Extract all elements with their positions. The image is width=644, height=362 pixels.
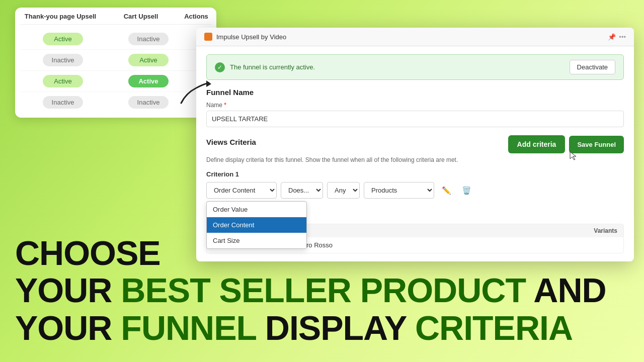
criterion-delete-button[interactable]: 🗑️ [458, 183, 474, 199]
funnel-name-section-title: Funnel Name [206, 88, 624, 97]
criteria-buttons: Add criteria Save Funnel [508, 135, 624, 153]
bottom-line-2: YOUR BEST SELLER PRODUCT AND [15, 272, 629, 309]
cell-2-1: Inactive [20, 54, 106, 66]
cell-1-2: Inactive [106, 33, 191, 45]
word-best-seller: BEST SELLER PRODUCT [121, 271, 526, 309]
cell-4-1: Inactive [20, 96, 106, 109]
criterion-type-container: Order Content Order Value Order Content … [206, 182, 277, 199]
criterion-condition-select[interactable]: Does... [281, 182, 323, 199]
badge-inactive: Inactive [43, 96, 83, 109]
dropdown-item-order-value[interactable]: Order Value [207, 202, 306, 217]
active-banner-text: The funnel is currently active. [230, 63, 315, 71]
word-and: AND [526, 271, 606, 309]
dropdown-item-cart-size[interactable]: Cart Size [207, 233, 306, 248]
header-cart: Cart Upsell [101, 13, 181, 20]
word-display: DISPLAY [256, 309, 415, 347]
add-criteria-button[interactable]: Add criteria [508, 135, 566, 153]
modal-titlebar: Impulse Upsell by Video 📌 ••• [196, 28, 634, 46]
variants-col-header: Variants [594, 227, 617, 234]
modal-title-text: Impulse Upsell by Video [216, 33, 286, 41]
word-your-2: YOUR [15, 309, 121, 347]
header-actions: Actions [181, 13, 211, 20]
save-funnel-button[interactable]: Save Funnel [569, 136, 624, 153]
required-marker: * [222, 102, 226, 109]
cell-1-1: Active [20, 33, 106, 45]
word-criteria: CRITERIA [415, 309, 573, 347]
badge-inactive: Inactive [43, 54, 83, 66]
badge-active: Active [128, 54, 169, 66]
criterion-label: Criterion 1 [206, 170, 624, 178]
modal-more-icon[interactable]: ••• [619, 33, 626, 41]
modal-pin-icon[interactable]: 📌 [608, 33, 616, 41]
modal-title-left: Impulse Upsell by Video [204, 33, 286, 41]
arrow-indicator [176, 78, 216, 108]
table-row: Active Inactive ✏️ [20, 29, 211, 50]
active-banner: ✓ The funnel is currently active. Deacti… [206, 54, 624, 80]
modal-window: Impulse Upsell by Video 📌 ••• ✓ The funn… [196, 28, 634, 261]
badge-active-bold: Active [128, 75, 169, 87]
header-thankyou: Thank-you page Upsell [20, 13, 101, 20]
badge-inactive: Inactive [128, 33, 169, 45]
badge-active: Active [43, 33, 83, 45]
criterion-target-select[interactable]: Products [364, 182, 434, 199]
criteria-header: Views Criteria Add criteria Save Funnel [206, 135, 624, 153]
funnel-name-input[interactable] [206, 111, 624, 127]
table-header: Thank-you page Upsell Cart Upsell Action… [20, 13, 211, 25]
badge-inactive: Inactive [128, 96, 169, 109]
cell-3-1: Active [20, 75, 106, 87]
name-field-label: Name * [206, 102, 624, 109]
dropdown-item-order-content[interactable]: Order Content [207, 217, 306, 233]
views-criteria-title: Views Criteria [206, 138, 256, 146]
word-funnel: FUNNEL [121, 309, 256, 347]
active-banner-left: ✓ The funnel is currently active. [215, 62, 315, 72]
check-circle-icon: ✓ [215, 62, 225, 72]
criterion-type-dropdown: Order Value Order Content Cart Size [206, 201, 307, 249]
modal-body: ✓ The funnel is currently active. Deacti… [196, 46, 634, 261]
badge-active: Active [43, 75, 83, 87]
table-row: Inactive Active ✏️ [20, 50, 211, 71]
criterion-edit-button[interactable]: ✏️ [438, 183, 454, 199]
criterion-match-select[interactable]: Any [327, 182, 360, 199]
svg-marker-0 [206, 80, 211, 87]
criterion-row: Order Content Order Value Order Content … [206, 182, 624, 199]
bottom-line-3: YOUR FUNNEL DISPLAY CRITERIA [15, 309, 629, 347]
criterion-type-select[interactable]: Order Content [206, 182, 277, 199]
cell-2-2: Active [106, 54, 191, 66]
deactivate-button[interactable]: Deactivate [570, 60, 615, 74]
word-your-1: YOUR [15, 271, 121, 309]
modal-controls[interactable]: 📌 ••• [608, 33, 626, 41]
criteria-description: Define display criteria for this funnel.… [206, 156, 624, 163]
modal-app-icon [204, 33, 212, 41]
